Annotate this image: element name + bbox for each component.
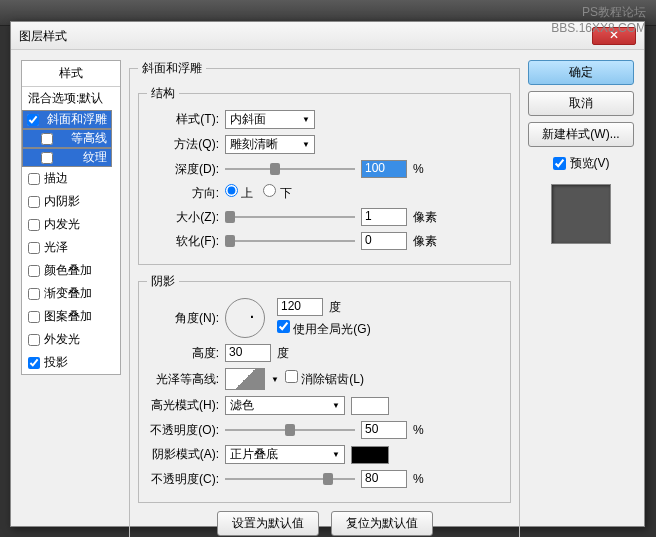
technique-label: 方法(Q): — [147, 136, 219, 153]
highlight-mode-select[interactable]: 滤色▼ — [225, 396, 345, 415]
shadow-opacity-slider[interactable] — [225, 471, 355, 487]
styles-header: 样式 — [22, 61, 120, 87]
highlight-opacity-label: 不透明度(O): — [147, 422, 219, 439]
gloss-contour-label: 光泽等高线: — [147, 371, 219, 388]
angle-label: 角度(N): — [147, 310, 219, 327]
style-item-9[interactable]: 图案叠加 — [22, 305, 120, 328]
blending-options-item[interactable]: 混合选项:默认 — [22, 87, 120, 110]
chevron-down-icon[interactable]: ▼ — [271, 375, 279, 384]
dialog-titlebar: 图层样式 ✕ — [11, 22, 644, 50]
size-label: 大小(Z): — [147, 209, 219, 226]
style-item-11[interactable]: 投影 — [22, 351, 120, 374]
style-item-5[interactable]: 内发光 — [22, 213, 120, 236]
style-select[interactable]: 内斜面▼ — [225, 110, 315, 129]
dialog-title: 图层样式 — [19, 22, 67, 50]
highlight-color-swatch[interactable] — [351, 397, 389, 415]
style-item-8[interactable]: 渐变叠加 — [22, 282, 120, 305]
highlight-opacity-slider[interactable] — [225, 422, 355, 438]
direction-down-radio[interactable]: 下 — [263, 184, 291, 202]
dialog-actions: 确定 取消 新建样式(W)... 预览(V) — [528, 60, 634, 516]
styles-list-panel: 样式 混合选项:默认 斜面和浮雕等高线纹理描边内阴影内发光光泽颜色叠加渐变叠加图… — [21, 60, 121, 516]
depth-input[interactable]: 100 — [361, 160, 407, 178]
global-light-checkbox[interactable]: 使用全局光(G) — [277, 320, 371, 338]
style-item-10[interactable]: 外发光 — [22, 328, 120, 351]
bevel-legend: 斜面和浮雕 — [138, 60, 206, 77]
style-label: 样式(T): — [147, 111, 219, 128]
style-item-3[interactable]: 描边 — [22, 167, 120, 190]
altitude-input[interactable]: 30 — [225, 344, 271, 362]
soften-label: 软化(F): — [147, 233, 219, 250]
shadow-mode-label: 阴影模式(A): — [147, 446, 219, 463]
ok-button[interactable]: 确定 — [528, 60, 634, 85]
cancel-button[interactable]: 取消 — [528, 91, 634, 116]
highlight-mode-label: 高光模式(H): — [147, 397, 219, 414]
chevron-down-icon: ▼ — [302, 140, 310, 149]
shadow-opacity-input[interactable]: 80 — [361, 470, 407, 488]
chevron-down-icon: ▼ — [302, 115, 310, 124]
make-default-button[interactable]: 设置为默认值 — [217, 511, 319, 536]
style-item-0[interactable]: 斜面和浮雕 — [22, 110, 112, 129]
structure-fieldset: 结构 样式(T): 内斜面▼ 方法(Q): 雕刻清晰▼ 深度(D): 100 % — [138, 85, 511, 265]
layer-style-dialog: 图层样式 ✕ 样式 混合选项:默认 斜面和浮雕等高线纹理描边内阴影内发光光泽颜色… — [10, 21, 645, 527]
angle-dial[interactable] — [225, 298, 265, 338]
shadow-mode-select[interactable]: 正片叠底▼ — [225, 445, 345, 464]
bevel-fieldset: 斜面和浮雕 结构 样式(T): 内斜面▼ 方法(Q): 雕刻清晰▼ 深度(D): — [129, 60, 520, 537]
style-item-7[interactable]: 颜色叠加 — [22, 259, 120, 282]
highlight-opacity-input[interactable]: 50 — [361, 421, 407, 439]
size-input[interactable]: 1 — [361, 208, 407, 226]
chevron-down-icon: ▼ — [332, 401, 340, 410]
style-item-4[interactable]: 内阴影 — [22, 190, 120, 213]
new-style-button[interactable]: 新建样式(W)... — [528, 122, 634, 147]
style-item-1[interactable]: 等高线 — [22, 129, 112, 148]
shadow-opacity-label: 不透明度(C): — [147, 471, 219, 488]
watermark: PS教程论坛 BBS.16XX8.COM — [551, 4, 646, 35]
direction-label: 方向: — [147, 185, 219, 202]
soften-slider[interactable] — [225, 233, 355, 249]
technique-select[interactable]: 雕刻清晰▼ — [225, 135, 315, 154]
shading-fieldset: 阴影 角度(N): 120 度 使用全局光(G) 高度 — [138, 273, 511, 503]
preview-thumbnail — [551, 184, 611, 244]
reset-default-button[interactable]: 复位为默认值 — [331, 511, 433, 536]
depth-slider[interactable] — [225, 161, 355, 177]
style-item-6[interactable]: 光泽 — [22, 236, 120, 259]
chevron-down-icon: ▼ — [332, 450, 340, 459]
style-item-2[interactable]: 纹理 — [22, 148, 112, 167]
gloss-contour-swatch[interactable] — [225, 368, 265, 390]
preview-checkbox[interactable]: 预览(V) — [528, 155, 634, 172]
depth-label: 深度(D): — [147, 161, 219, 178]
direction-up-radio[interactable]: 上 — [225, 184, 253, 202]
settings-panel: 斜面和浮雕 结构 样式(T): 内斜面▼ 方法(Q): 雕刻清晰▼ 深度(D): — [129, 60, 520, 516]
soften-input[interactable]: 0 — [361, 232, 407, 250]
size-slider[interactable] — [225, 209, 355, 225]
antialias-checkbox[interactable]: 消除锯齿(L) — [285, 370, 364, 388]
shadow-color-swatch[interactable] — [351, 446, 389, 464]
altitude-label: 高度: — [147, 345, 219, 362]
angle-input[interactable]: 120 — [277, 298, 323, 316]
